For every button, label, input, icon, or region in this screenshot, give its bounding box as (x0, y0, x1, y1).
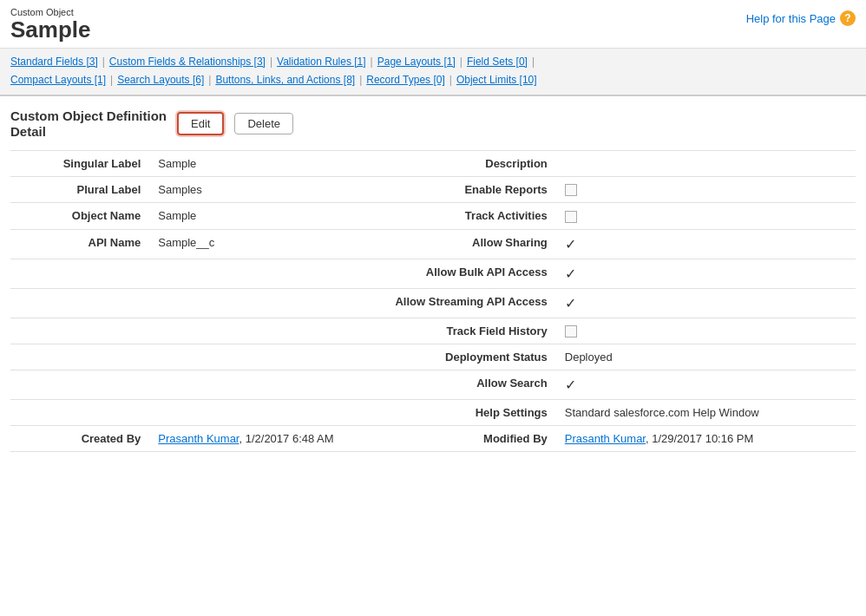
allow-bulk-api-label: Allow Bulk API Access (385, 259, 556, 288)
help-icon: ? (840, 10, 856, 26)
help-settings-label: Help Settings (385, 400, 556, 426)
allow-sharing-label: Allow Sharing (385, 229, 556, 259)
track-field-history-value (556, 318, 856, 344)
object-name-value: Sample (149, 203, 384, 230)
section-header: Custom Object Definition Detail Edit Del… (10, 108, 856, 140)
allow-bulk-api-value: ✓ (556, 259, 856, 288)
enable-reports-label: Enable Reports (385, 176, 556, 203)
table-row: Allow Streaming API Access ✓ (10, 288, 856, 318)
description-value (556, 150, 856, 176)
nav-custom-fields[interactable]: Custom Fields & Relationships [3] (109, 53, 266, 72)
table-row: API Name Sample__c Allow Sharing ✓ (10, 229, 856, 259)
created-by-value: Prasanth Kumar, 1/2/2017 6:48 AM (149, 426, 384, 452)
object-name-label: Object Name (10, 203, 149, 230)
deployment-status-label: Deployment Status (385, 344, 556, 370)
track-activities-checkbox (565, 211, 577, 223)
nav-object-limits[interactable]: Object Limits [10] (456, 71, 537, 90)
edit-button[interactable]: Edit (177, 112, 224, 135)
api-name-label: API Name (10, 229, 149, 259)
track-field-history-label: Track Field History (385, 318, 556, 344)
created-by-label: Created By (10, 426, 149, 452)
allow-sharing-check: ✓ (565, 237, 576, 252)
help-settings-value: Standard salesforce.com Help Window (556, 400, 856, 426)
section-title: Custom Object Definition Detail (10, 108, 167, 140)
track-activities-label: Track Activities (385, 203, 556, 230)
object-title-block: Custom Object Sample (10, 7, 91, 43)
allow-bulk-api-check: ✓ (565, 266, 576, 281)
modified-by-label: Modified By (385, 426, 556, 452)
nav-record-types[interactable]: Record Types [0] (366, 71, 445, 90)
table-row: Plural Label Samples Enable Reports (10, 176, 856, 203)
table-row: Allow Search ✓ (10, 370, 856, 400)
singular-label-value: Sample (149, 150, 384, 176)
detail-table: Singular Label Sample Description Plural… (10, 150, 856, 453)
object-name-label: Sample (10, 17, 91, 43)
table-row: Object Name Sample Track Activities (10, 203, 856, 230)
nav-field-sets[interactable]: Field Sets [0] (467, 53, 528, 72)
allow-streaming-api-label: Allow Streaming API Access (385, 288, 556, 318)
nav-page-layouts[interactable]: Page Layouts [1] (377, 53, 456, 72)
allow-streaming-api-value: ✓ (556, 288, 856, 318)
nav-standard-fields[interactable]: Standard Fields [3] (10, 53, 98, 72)
allow-search-value: ✓ (556, 370, 856, 400)
plural-label-label: Plural Label (10, 176, 149, 203)
nav-row-1: Standard Fields [3] | Custom Fields & Re… (10, 53, 856, 72)
table-row: Allow Bulk API Access ✓ (10, 259, 856, 288)
help-link-text: Help for this Page (746, 12, 836, 25)
main-content: Custom Object Definition Detail Edit Del… (0, 96, 866, 465)
nav-bar: Standard Fields [3] | Custom Fields & Re… (0, 49, 866, 96)
modified-by-value: Prasanth Kumar, 1/29/2017 10:16 PM (556, 426, 856, 452)
modified-by-date: , 1/29/2017 10:16 PM (646, 432, 753, 445)
nav-search-layouts[interactable]: Search Layouts [6] (117, 71, 204, 90)
plural-label-value: Samples (149, 176, 384, 203)
allow-streaming-api-check: ✓ (565, 296, 576, 311)
delete-button[interactable]: Delete (234, 113, 293, 134)
table-row: Help Settings Standard salesforce.com He… (10, 400, 856, 426)
nav-compact-layouts[interactable]: Compact Layouts [1] (10, 71, 106, 90)
table-row: Singular Label Sample Description (10, 150, 856, 176)
allow-search-label: Allow Search (385, 370, 556, 400)
table-row: Created By Prasanth Kumar, 1/2/2017 6:48… (10, 426, 856, 452)
api-name-value: Sample__c (149, 229, 384, 259)
allow-sharing-value: ✓ (556, 229, 856, 259)
nav-row-2: Compact Layouts [1] | Search Layouts [6]… (10, 71, 856, 90)
nav-buttons-links[interactable]: Buttons, Links, and Actions [8] (215, 71, 355, 90)
help-link[interactable]: Help for this Page ? (746, 10, 856, 26)
enable-reports-value (556, 176, 856, 203)
description-label: Description (385, 150, 556, 176)
table-row: Track Field History (10, 318, 856, 344)
singular-label-label: Singular Label (10, 150, 149, 176)
table-row: Deployment Status Deployed (10, 344, 856, 370)
created-by-date: , 1/2/2017 6:48 AM (239, 432, 333, 445)
created-by-user-link[interactable]: Prasanth Kumar (158, 432, 239, 445)
enable-reports-checkbox (565, 184, 577, 196)
track-activities-value (556, 203, 856, 230)
track-field-history-checkbox (565, 325, 577, 337)
modified-by-user-link[interactable]: Prasanth Kumar (565, 432, 646, 445)
nav-validation-rules[interactable]: Validation Rules [1] (277, 53, 366, 72)
page-header: Custom Object Sample Help for this Page … (0, 0, 866, 49)
deployment-status-value: Deployed (556, 344, 856, 370)
allow-search-check: ✓ (565, 377, 576, 392)
